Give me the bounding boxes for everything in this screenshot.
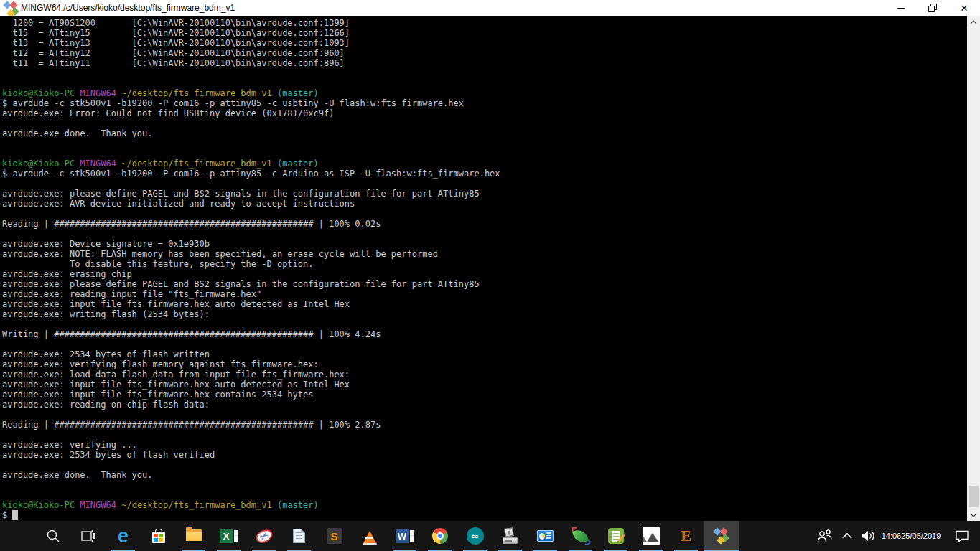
terminal-line [2,410,967,420]
terminal-line: avrdude.exe: 2534 bytes of flash written [2,349,967,359]
terminal-line [2,118,967,128]
search-icon [44,527,62,545]
taskbar-idm-button[interactable] [563,521,598,551]
terminal-line [2,229,967,239]
terminal-line: Reading | ##############################… [2,219,967,229]
arduino-icon: ∞ [466,527,485,545]
people-button[interactable] [812,521,838,551]
3d-printer-icon [501,527,520,545]
taskbar-arduino-button[interactable]: ∞ [457,521,493,551]
photos-icon [642,527,661,545]
chrome-icon [431,527,449,545]
clock[interactable]: 14:06 25/05/2019 [885,521,937,551]
terminal-line: avrdude.exe: Error: Could not find USBti… [2,108,967,118]
terminal-line: avrdude.exe: please define PAGEL and BS2… [2,189,967,199]
action-center-button[interactable] [947,521,977,551]
terminal-line: avrdude.exe: please define PAGEL and BS2… [2,279,967,289]
taskbar-microsoft-store-button[interactable] [141,521,176,551]
chevron-down-icon [970,513,977,517]
msys-diamond-icon [4,2,16,14]
terminal-scrollbar[interactable] [967,16,980,521]
taskbar-excel-button[interactable]: X [211,521,246,551]
taskbar-search-button[interactable] [35,521,70,551]
minimize-button[interactable] [885,0,917,16]
speaker-icon [860,529,876,543]
terminal-line: $ avrdude -c stk500v1 -b19200 -P com16 -… [2,169,967,179]
terminal-line: 1200 = AT90S1200 [C:\WinAVR-20100110\bin… [2,18,967,28]
terminal-line [2,490,967,500]
taskbar-task-view-button[interactable] [70,521,106,551]
terminal-line [2,209,967,219]
taskbar-snipping-tool-button[interactable]: ✂ [246,521,281,551]
taskbar-word-button[interactable]: W [387,521,422,551]
clock-time: 14:06 [882,532,902,541]
taskbar-file-explorer-button[interactable] [176,521,211,551]
terminal-line [2,68,967,78]
terminal-line: avrdude.exe: verifying flash memory agai… [2,359,967,369]
scrollbar-thumb[interactable] [969,486,979,507]
terminal-line: t15 = ATtiny15 [C:\WinAVR-20100110\bin\a… [2,28,967,38]
volume-button[interactable] [857,521,879,551]
vlc-icon [360,527,379,545]
taskbar-notepad-button[interactable] [281,521,317,551]
terminal-line: Writing | ##############################… [2,329,967,339]
system-monitor-icon [536,527,555,545]
terminal-line: t12 = ATtiny12 [C:\WinAVR-20100110\bin\a… [2,48,967,58]
taskbar-eagle-button[interactable]: E [668,521,704,551]
notepad-icon [290,527,309,545]
terminal-line [2,339,967,349]
snipping-tool-icon: ✂ [255,527,274,545]
tray-overflow-button[interactable] [838,521,857,551]
restore-button[interactable] [917,0,948,16]
terminal-line [2,149,967,159]
terminal-line [2,430,967,440]
terminal-line [2,460,967,470]
windows-logo-icon [11,529,24,542]
terminal-line [2,78,967,88]
terminal-line: avrdude.exe: input file fts_firmware.hex… [2,380,967,390]
terminal-line: t11 = ATtiny11 [C:\WinAVR-20100110\bin\a… [2,58,967,68]
microsoft-store-icon [149,527,168,545]
terminal-line: kioko@Kioko-PC MINGW64 ~/desktop/fts_fir… [2,500,967,510]
taskbar-apps: eX✂SW∞E [0,521,739,551]
taskbar-git-bash-button[interactable] [704,521,739,551]
terminal-line [2,319,967,329]
terminal-line: Reading | ##############################… [2,420,967,430]
terminal-line: avrdude.exe: Device signature = 0x1e930b [2,239,967,249]
taskbar-3d-printer-button[interactable] [493,521,528,551]
taskbar-photos-button[interactable] [633,521,668,551]
terminal-output[interactable]: 1200 = AT90S1200 [C:\WinAVR-20100110\bin… [0,16,967,521]
file-explorer-icon [185,527,203,545]
terminal-line: avrdude.exe: AVR device initialized and … [2,199,967,209]
close-button[interactable]: ✕ [948,0,980,16]
terminal-line: avrdude.exe: load data flash data from i… [2,369,967,380]
terminal-line: avrdude.exe: input file fts_firmware.hex… [2,299,967,309]
taskbar-notepad-plus-plus-button[interactable] [598,521,633,551]
taskbar-sublime-text-button[interactable]: S [317,521,352,551]
terminal-line [2,179,967,189]
scrollbar-down-button[interactable] [967,509,980,521]
taskbar-windows-start-button[interactable] [0,521,35,551]
terminal-line: avrdude.exe: input file fts_firmware.hex… [2,390,967,400]
terminal-line: To disable this feature, specify the -D … [2,259,967,269]
terminal-line: avrdude.exe: reading on-chip flash data: [2,400,967,410]
scrollbar-up-button[interactable] [967,16,980,28]
git-bash-icon [712,527,731,545]
terminal-line: avrdude.exe: verifying ... [2,440,967,450]
terminal-line: t13 = ATtiny13 [C:\WinAVR-20100110\bin\a… [2,38,967,48]
terminal-line: avrdude.exe done. Thank you. [2,470,967,480]
terminal-line: kioko@Kioko-PC MINGW64 ~/desktop/fts_fir… [2,159,967,169]
window-titlebar: MINGW64:/c/Users/kioko/desktop/fts_firmw… [0,0,980,16]
taskbar-chrome-button[interactable] [422,521,457,551]
task-view-icon [79,527,98,545]
terminal-line: avrdude.exe: 2534 bytes of flash verifie… [2,450,967,460]
terminal-line: $ avrdude -c stk500v1 -b19200 -P com16 -… [2,98,967,108]
taskbar-vlc-button[interactable] [352,521,387,551]
eagle-icon: E [677,527,696,545]
taskbar-system-monitor-button[interactable] [528,521,563,551]
action-center-icon [954,528,970,544]
chevron-up-icon [841,532,853,540]
restore-icon [928,4,937,12]
taskbar-edge-button[interactable]: e [106,521,141,551]
terminal-line: avrdude.exe done. Thank you. [2,128,967,138]
